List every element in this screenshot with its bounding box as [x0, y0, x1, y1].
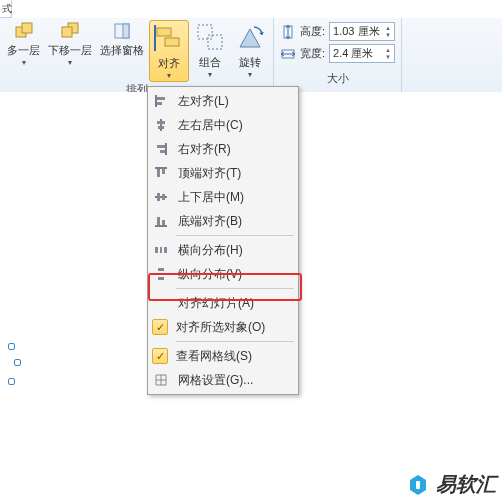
svg-rect-10 — [208, 35, 222, 49]
menu-item-label: 网格设置(G)... — [178, 372, 253, 389]
selected-shape[interactable] — [0, 347, 20, 381]
menu-item-label: 顶端对齐(T) — [178, 165, 241, 182]
menu-item-align-middle-v[interactable]: 上下居中(M) — [148, 185, 298, 209]
selection-pane-label: 选择窗格 — [100, 43, 144, 58]
align-to-slide-icon — [152, 294, 170, 312]
svg-rect-3 — [62, 27, 72, 37]
menu-separator — [176, 288, 294, 289]
menu-item-distribute-h[interactable]: 横向分布(H) — [148, 238, 298, 262]
align-left-icon — [152, 92, 170, 110]
menu-item-align-left[interactable]: 左对齐(L) — [148, 89, 298, 113]
height-value: 1.03 厘米 — [333, 24, 379, 39]
menu-item-label: 左右居中(C) — [178, 117, 243, 134]
menu-separator — [176, 235, 294, 236]
align-label: 对齐 — [158, 56, 180, 71]
menu-item-label: 对齐所选对象(O) — [176, 319, 265, 336]
menu-item-label: 左对齐(L) — [178, 93, 229, 110]
distribute-h-icon — [152, 241, 170, 259]
svg-rect-31 — [157, 217, 160, 225]
tab-fragment: 式 — [0, 0, 12, 18]
align-bottom-icon — [152, 212, 170, 230]
menu-item-distribute-v[interactable]: 纵向分布(V) — [148, 262, 298, 286]
svg-rect-29 — [162, 194, 165, 200]
menu-item-align-to-slide[interactable]: 对齐幻灯片(A) — [148, 291, 298, 315]
svg-rect-32 — [162, 220, 165, 225]
check-icon: ✓ — [152, 348, 168, 364]
chevron-down-icon: ▾ — [167, 71, 171, 80]
align-dropdown: 左对齐(L)左右居中(C)右对齐(R)顶端对齐(T)上下居中(M)底端对齐(B)… — [147, 86, 299, 395]
menu-item-align-bottom[interactable]: 底端对齐(B) — [148, 209, 298, 233]
svg-rect-16 — [157, 97, 165, 100]
svg-rect-37 — [158, 273, 164, 275]
svg-rect-28 — [157, 193, 160, 201]
width-label: 宽度: — [300, 46, 325, 61]
svg-rect-6 — [157, 28, 171, 36]
bring-forward-button[interactable]: 多一层 ▾ — [4, 20, 43, 68]
align-top-icon — [152, 164, 170, 182]
send-backward-button[interactable]: 下移一层 ▾ — [45, 20, 95, 68]
group-label: 组合 — [199, 55, 221, 70]
watermark: 易软汇 — [406, 471, 496, 498]
grid-settings-icon — [152, 371, 170, 389]
send-backward-label: 下移一层 — [48, 43, 92, 58]
distribute-v-icon — [152, 265, 170, 283]
chevron-down-icon: ▾ — [248, 70, 252, 79]
rotate-icon — [234, 21, 266, 53]
menu-item-align-selected[interactable]: ✓对齐所选对象(O) — [148, 315, 298, 339]
align-button[interactable]: 对齐 ▾ — [149, 20, 189, 82]
svg-rect-35 — [164, 247, 167, 253]
menu-item-align-right[interactable]: 右对齐(R) — [148, 137, 298, 161]
watermark-logo-icon — [406, 473, 430, 497]
arrange-group: 多一层 ▾ 下移一层 ▾ 选择窗格 对齐 ▾ — [0, 18, 274, 92]
svg-rect-23 — [160, 150, 165, 153]
rotate-button[interactable]: 旋转 ▾ — [231, 20, 269, 80]
watermark-text: 易软汇 — [436, 471, 496, 498]
group-icon — [194, 21, 226, 53]
svg-rect-25 — [157, 169, 160, 177]
menu-item-label: 横向分布(H) — [178, 242, 243, 259]
bring-forward-label: 多一层 — [7, 43, 40, 58]
svg-rect-19 — [157, 121, 165, 124]
align-right-icon — [152, 140, 170, 158]
width-icon — [280, 46, 296, 62]
align-middle-v-icon — [152, 188, 170, 206]
menu-item-align-center-h[interactable]: 左右居中(C) — [148, 113, 298, 137]
chevron-down-icon: ▾ — [22, 58, 26, 67]
menu-item-label: 底端对齐(B) — [178, 213, 242, 230]
menu-item-align-top[interactable]: 顶端对齐(T) — [148, 161, 298, 185]
svg-rect-1 — [22, 23, 32, 33]
svg-rect-26 — [162, 169, 165, 174]
size-group: 高度: 1.03 厘米▲▼ 宽度: 2.4 厘米▲▼ 大小 — [274, 18, 402, 92]
menu-item-grid-settings[interactable]: 网格设置(G)... — [148, 368, 298, 392]
check-icon: ✓ — [152, 319, 168, 335]
height-input[interactable]: 1.03 厘米▲▼ — [329, 22, 395, 41]
svg-rect-20 — [158, 126, 164, 129]
svg-rect-17 — [157, 102, 162, 105]
menu-item-label: 纵向分布(V) — [178, 266, 242, 283]
align-icon — [153, 22, 185, 54]
width-input[interactable]: 2.4 厘米▲▼ — [329, 44, 395, 63]
svg-rect-38 — [158, 277, 164, 280]
spinner-icon[interactable]: ▲▼ — [385, 47, 391, 61]
svg-rect-9 — [198, 25, 212, 39]
menu-item-view-gridlines[interactable]: ✓查看网格线(S) — [148, 344, 298, 368]
svg-rect-36 — [158, 268, 164, 271]
spinner-icon[interactable]: ▲▼ — [385, 25, 391, 39]
bring-forward-icon — [14, 21, 34, 41]
send-backward-icon — [60, 21, 80, 41]
align-center-h-icon — [152, 116, 170, 134]
menu-item-label: 查看网格线(S) — [176, 348, 252, 365]
svg-rect-7 — [165, 38, 179, 46]
height-icon — [280, 24, 296, 40]
group-button[interactable]: 组合 ▾ — [191, 20, 229, 80]
svg-rect-22 — [157, 145, 165, 148]
svg-rect-33 — [155, 247, 158, 253]
menu-separator — [176, 341, 294, 342]
menu-item-label: 右对齐(R) — [178, 141, 231, 158]
svg-rect-5 — [123, 24, 129, 38]
selection-pane-button[interactable]: 选择窗格 — [97, 20, 147, 59]
menu-item-label: 对齐幻灯片(A) — [178, 295, 254, 312]
height-label: 高度: — [300, 24, 325, 39]
svg-rect-34 — [160, 247, 162, 253]
chevron-down-icon: ▾ — [68, 58, 72, 67]
